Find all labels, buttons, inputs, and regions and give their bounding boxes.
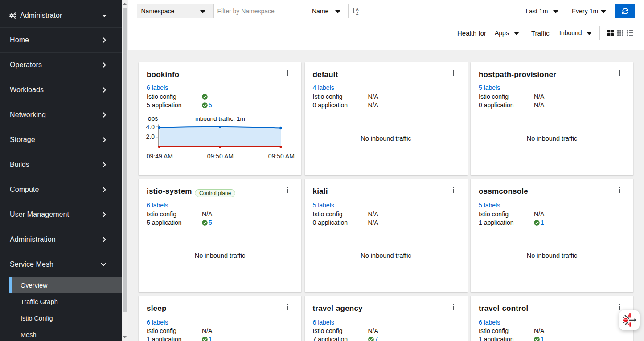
svg-text:Z: Z: [356, 11, 359, 15]
svg-text:09:50 AM: 09:50 AM: [207, 153, 234, 160]
svg-text:inbound traffic, 1m: inbound traffic, 1m: [195, 115, 245, 122]
svg-text:09:50 AM: 09:50 AM: [268, 153, 295, 160]
svg-text:2.0: 2.0: [146, 133, 155, 140]
svg-text:4.0: 4.0: [146, 123, 155, 130]
svg-text:ops: ops: [148, 115, 158, 122]
svg-text:09:49 AM: 09:49 AM: [147, 153, 173, 160]
